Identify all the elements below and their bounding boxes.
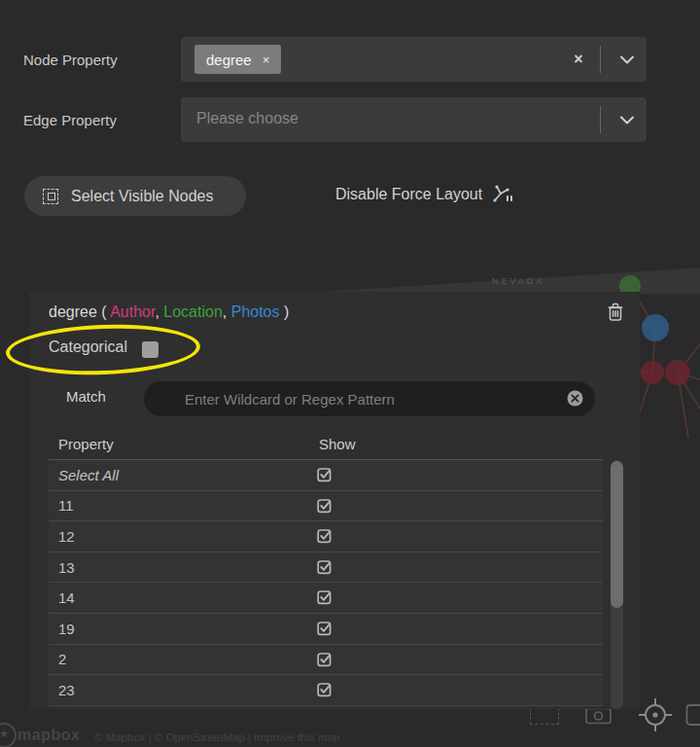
legend-filter-panel: degree ( Author, Location, Photos ) Cate…: [29, 292, 640, 709]
panel-title-part: Photos: [231, 303, 280, 320]
table-row: 19: [49, 614, 603, 645]
column-header-show: Show: [319, 436, 356, 452]
chip-remove-icon[interactable]: ×: [262, 53, 270, 67]
checked-checkbox-icon: [317, 589, 332, 605]
node-property-label: Node Property: [23, 52, 118, 68]
table-row: Select All: [49, 460, 603, 491]
categorical-label: Categorical: [49, 338, 127, 356]
checked-checkbox-icon: [317, 498, 332, 514]
edge-property-select[interactable]: Please choose: [181, 97, 647, 142]
show-checkbox[interactable]: [317, 498, 332, 514]
property-table: Property Show Select All1112131419223: [49, 432, 603, 706]
match-input-wrap: [144, 381, 595, 416]
panel-title-part: ,: [155, 303, 163, 320]
cube-icon[interactable]: [685, 702, 700, 728]
table-row: 23: [49, 675, 603, 706]
categorical-checkbox[interactable]: [142, 341, 158, 358]
property-value: 13: [49, 559, 75, 576]
show-checkbox[interactable]: [317, 559, 332, 575]
checked-checkbox-icon: [317, 682, 332, 697]
property-value: Select All: [49, 467, 119, 483]
select-divider: [600, 46, 601, 73]
graph-filter-view: NEVADA Node Property degree × × Edge Pro…: [0, 0, 700, 747]
table-scrollbar-track[interactable]: [611, 460, 623, 709]
table-body: Select All1112131419223: [49, 460, 603, 706]
select-visible-nodes-button[interactable]: Select Visible Nodes: [24, 176, 246, 216]
map-region-label: NEVADA: [492, 276, 544, 286]
table-row: 13: [49, 552, 603, 584]
checked-checkbox-icon: [317, 621, 332, 636]
disable-force-layout-label: Disable Force Layout: [335, 186, 482, 203]
node-property-select[interactable]: degree × ×: [181, 37, 647, 82]
checked-checkbox-icon: [317, 652, 332, 667]
show-checkbox[interactable]: [317, 467, 332, 482]
mapbox-wordmark[interactable]: mapbox: [18, 727, 80, 744]
property-value: 2: [49, 651, 66, 667]
checked-checkbox-icon: [317, 559, 332, 575]
edge-property-placeholder: Please choose: [196, 110, 298, 127]
show-checkbox[interactable]: [317, 682, 332, 697]
match-input[interactable]: [144, 381, 595, 416]
graph-node-blue: [642, 314, 669, 341]
show-checkbox[interactable]: [317, 528, 332, 544]
table-row: 12: [49, 521, 603, 552]
chip-label: degree: [206, 52, 252, 68]
checked-checkbox-icon: [317, 528, 332, 544]
show-checkbox[interactable]: [317, 652, 332, 667]
graph-node-red: [665, 360, 690, 385]
panel-title-part: ): [280, 303, 290, 320]
mapbox-logo-icon[interactable]: [0, 723, 17, 747]
table-scrollbar-thumb[interactable]: [611, 461, 623, 608]
property-value: 12: [49, 528, 75, 545]
clear-match-icon[interactable]: [567, 390, 583, 410]
show-checkbox[interactable]: [317, 589, 332, 605]
show-checkbox[interactable]: [317, 621, 332, 636]
map-attribution-links[interactable]: © Mapbox | © OpenStreetMap | Improve thi…: [94, 731, 339, 743]
edge-property-label: Edge Property: [23, 112, 117, 128]
panel-title-part: degree (: [49, 303, 110, 320]
match-label: Match: [66, 388, 106, 405]
clear-selection-icon[interactable]: ×: [568, 37, 589, 82]
selected-node-property-chip[interactable]: degree ×: [194, 45, 281, 74]
property-value: 23: [49, 682, 75, 698]
chevron-down-icon[interactable]: [613, 97, 641, 142]
panel-title-part: ,: [223, 303, 231, 320]
marquee-select-icon: [43, 189, 58, 204]
checked-checkbox-icon: [317, 467, 332, 482]
select-visible-nodes-label: Select Visible Nodes: [71, 188, 213, 205]
disable-force-layout-button[interactable]: Disable Force Layout: [335, 185, 513, 203]
chevron-down-icon[interactable]: [613, 37, 641, 82]
force-layout-icon: [492, 185, 513, 203]
panel-title-part: Location: [163, 303, 223, 320]
table-row: 14: [49, 583, 603, 614]
panel-title-part: Author: [110, 303, 155, 320]
region-select-icon[interactable]: [530, 708, 559, 725]
table-row: 11: [49, 491, 603, 522]
table-header: Property Show: [49, 432, 603, 460]
trash-icon[interactable]: [608, 302, 623, 325]
crosshair-locate-icon[interactable]: [637, 696, 674, 733]
table-row: 2: [49, 645, 603, 676]
select-divider: [600, 106, 601, 133]
property-value: 11: [49, 497, 74, 514]
property-value: 19: [49, 621, 75, 637]
column-header-property: Property: [58, 436, 114, 452]
graph-node-red: [641, 361, 664, 384]
property-value: 14: [49, 589, 75, 606]
panel-title: degree ( Author, Location, Photos ): [49, 303, 289, 321]
